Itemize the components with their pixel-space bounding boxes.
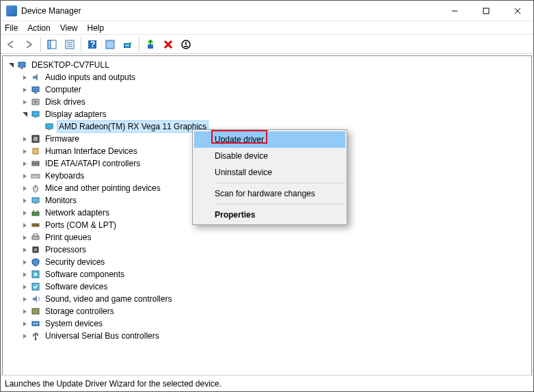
tree-label: Software components bbox=[44, 269, 126, 280]
cpu-icon bbox=[30, 244, 41, 255]
uninstall-device-button[interactable] bbox=[160, 36, 176, 53]
expand-arrow-icon[interactable] bbox=[19, 272, 30, 278]
tree-item[interactable]: Software components bbox=[3, 268, 531, 280]
svg-point-55 bbox=[35, 339, 37, 341]
tree-item[interactable]: Print queues bbox=[3, 231, 531, 244]
ctx-scan-hardware[interactable]: Scan for hardware changes bbox=[194, 185, 345, 202]
svg-rect-47 bbox=[34, 248, 37, 251]
expand-arrow-icon[interactable] bbox=[19, 87, 30, 93]
close-button[interactable] bbox=[502, 1, 533, 21]
printer-icon bbox=[30, 232, 41, 243]
svg-point-22 bbox=[34, 101, 37, 103]
tree-item[interactable]: Processors bbox=[3, 244, 531, 256]
svg-rect-18 bbox=[21, 68, 23, 69]
menu-action[interactable]: Action bbox=[27, 23, 50, 33]
disable-device-button[interactable] bbox=[178, 36, 194, 53]
context-menu: Update driver Disable device Uninstall d… bbox=[192, 129, 347, 225]
mouse-icon bbox=[30, 183, 41, 194]
display-icon bbox=[30, 109, 41, 120]
svg-text:?: ? bbox=[90, 40, 95, 49]
ctx-properties[interactable]: Properties bbox=[194, 207, 345, 223]
show-hide-tree-button[interactable] bbox=[44, 36, 60, 53]
computer-icon bbox=[30, 84, 41, 95]
properties-button[interactable] bbox=[62, 36, 78, 53]
expand-arrow-icon[interactable] bbox=[19, 259, 30, 265]
port-icon bbox=[30, 220, 41, 231]
tree-label: Disk drives bbox=[44, 96, 87, 107]
svg-rect-19 bbox=[32, 87, 39, 92]
svg-rect-17 bbox=[18, 62, 25, 67]
tree-label: Sound, video and game controllers bbox=[44, 293, 173, 304]
tree-item[interactable]: Software devices bbox=[3, 280, 531, 293]
expand-arrow-icon[interactable] bbox=[19, 148, 30, 155]
menu-help[interactable]: Help bbox=[88, 23, 105, 33]
tree-label: Display adapters bbox=[44, 109, 107, 120]
tree-item[interactable]: Storage controllers bbox=[3, 305, 531, 317]
svg-rect-20 bbox=[34, 92, 37, 94]
tree-root-node[interactable]: DESKTOP-CV7FULL bbox=[3, 59, 531, 71]
tree-label: Audio inputs and outputs bbox=[44, 72, 137, 83]
expand-arrow-icon[interactable] bbox=[19, 210, 30, 216]
disk-icon bbox=[30, 96, 41, 107]
expand-arrow-icon[interactable] bbox=[19, 136, 30, 142]
tree-item[interactable]: Disk drives bbox=[3, 96, 531, 108]
scan-hardware-button[interactable] bbox=[120, 36, 136, 53]
expand-arrow-icon[interactable] bbox=[19, 321, 30, 327]
expand-arrow-icon[interactable] bbox=[19, 198, 30, 204]
back-button[interactable] bbox=[3, 36, 20, 53]
minimize-button[interactable] bbox=[439, 1, 470, 21]
expand-arrow-icon[interactable] bbox=[19, 296, 30, 302]
expand-arrow-icon[interactable] bbox=[19, 75, 30, 81]
tree-label: DESKTOP-CV7FULL bbox=[30, 60, 111, 70]
storage-icon bbox=[30, 306, 41, 317]
tree-label: Processors bbox=[44, 244, 88, 255]
tree-label: Computer bbox=[44, 84, 83, 95]
expand-arrow-icon[interactable] bbox=[19, 112, 30, 118]
expand-arrow-icon[interactable] bbox=[19, 161, 30, 167]
svg-rect-12 bbox=[106, 40, 114, 49]
expand-arrow-icon[interactable] bbox=[19, 99, 30, 105]
action-icon-button[interactable] bbox=[102, 36, 118, 53]
menu-view[interactable]: View bbox=[60, 23, 78, 33]
svg-rect-44 bbox=[32, 236, 39, 239]
help-button[interactable]: ? bbox=[84, 36, 101, 53]
network-icon bbox=[30, 207, 41, 218]
tree-item[interactable]: System devices bbox=[3, 317, 531, 330]
tree-label: Monitors bbox=[44, 195, 78, 206]
expand-arrow-icon[interactable] bbox=[19, 185, 30, 192]
expand-arrow-icon[interactable] bbox=[19, 309, 30, 315]
tree-label: System devices bbox=[44, 318, 104, 329]
tree-item[interactable]: Security devices bbox=[3, 256, 531, 268]
tree-label: Print queues bbox=[44, 232, 92, 243]
tree-item[interactable]: Sound, video and game controllers bbox=[3, 293, 531, 305]
forward-button[interactable] bbox=[21, 36, 38, 53]
ctx-uninstall-device[interactable]: Uninstall device bbox=[194, 164, 345, 181]
expand-arrow-icon[interactable] bbox=[19, 235, 30, 241]
svg-rect-1 bbox=[483, 8, 489, 14]
expand-arrow-icon[interactable] bbox=[19, 222, 30, 228]
tree-label: Universal Serial Bus controllers bbox=[44, 330, 161, 341]
tree-item[interactable]: Audio inputs and outputs bbox=[3, 71, 531, 83]
tree-item[interactable]: Universal Serial Bus controllers bbox=[3, 330, 531, 342]
tree-label: Firmware bbox=[44, 133, 81, 144]
tree-item[interactable]: Computer bbox=[3, 83, 531, 96]
keyboard-icon bbox=[30, 170, 41, 181]
ctx-disable-label: Disable device bbox=[215, 151, 268, 161]
menu-file[interactable]: File bbox=[5, 23, 18, 33]
ctx-disable-device[interactable]: Disable device bbox=[194, 148, 345, 164]
maximize-button[interactable] bbox=[470, 1, 502, 21]
svg-point-42 bbox=[34, 224, 35, 226]
expand-arrow-icon[interactable] bbox=[19, 247, 30, 253]
update-driver-button[interactable] bbox=[142, 36, 159, 53]
expand-arrow-icon[interactable] bbox=[19, 173, 30, 179]
expand-arrow-icon[interactable] bbox=[5, 62, 16, 68]
expand-arrow-icon[interactable] bbox=[19, 333, 30, 339]
expand-arrow-icon[interactable] bbox=[19, 284, 30, 290]
tree-item[interactable]: Display adapters bbox=[3, 108, 531, 120]
menubar: File Action View Help bbox=[1, 21, 533, 35]
statusbar-text: Launches the Update Driver Wizard for th… bbox=[5, 379, 222, 389]
svg-point-49 bbox=[34, 273, 37, 276]
ctx-scan-label: Scan for hardware changes bbox=[215, 189, 315, 198]
tree-label: IDE ATA/ATAPI controllers bbox=[44, 158, 142, 169]
swcomp-icon bbox=[30, 269, 41, 280]
